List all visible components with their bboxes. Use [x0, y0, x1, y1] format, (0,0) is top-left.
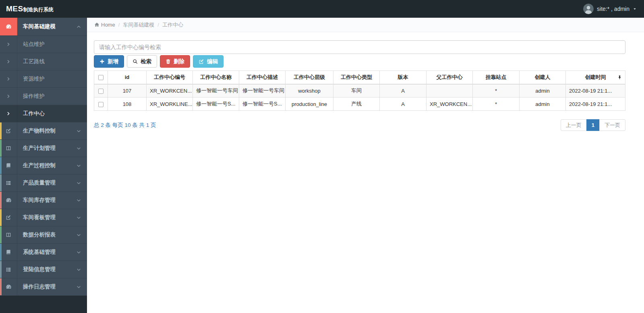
- sidebar-subitem-label: 工作中心: [17, 105, 87, 122]
- column-header: 创建时间: [566, 71, 625, 84]
- pager-buttons: 上一页 1 下一页: [561, 119, 625, 131]
- next-page-button[interactable]: 下一页: [599, 119, 625, 131]
- table-row[interactable]: 107XR_WORKCEN...修一智能一号车间修一智能一号车间workshop…: [94, 84, 625, 97]
- user-menu[interactable]: site:* , admin: [583, 4, 644, 14]
- sidebar-subitem-station-maintenance[interactable]: 站点维护: [0, 36, 87, 53]
- sidebar-item-material-control[interactable]: 生产物料控制: [0, 122, 87, 140]
- table-cell: admin: [520, 97, 566, 111]
- sidebar-subitem-label: 站点维护: [17, 36, 87, 53]
- accent-strip: [0, 140, 2, 157]
- table-cell: A: [380, 84, 427, 97]
- chevron-down-icon: [77, 216, 81, 220]
- pagination-info[interactable]: 总 2 条 每页 10 条 共 1 页: [94, 122, 156, 129]
- sidebar: 车间基础建模站点维护工艺路线资源维护操作维护工作中心生产物料控制生产计划管理生产…: [0, 18, 87, 313]
- sidebar-item-operation-log-management[interactable]: 操作日志管理: [0, 278, 87, 296]
- table-cell: *: [473, 97, 520, 111]
- sidebar-item-board-management[interactable]: 车间看板管理: [0, 209, 87, 226]
- table-cell: 2022-08-19 21:1...: [566, 84, 625, 97]
- search-button[interactable]: 检索: [127, 55, 157, 68]
- sidebar-item-data-analysis-report[interactable]: 数据分析报表: [0, 226, 87, 244]
- table-cell: XR_WORKCEN...: [147, 84, 193, 97]
- sidebar-item-label: 生产物料控制: [17, 122, 77, 139]
- table-cell: [427, 84, 473, 97]
- sidebar-item-label: 登陆信息管理: [17, 261, 77, 278]
- table-header-row: id工作中心编号工作中心名称工作中心描述工作中心层级工作中心类型版本父工作中心挂…: [94, 71, 625, 84]
- table-cell: admin: [520, 84, 566, 97]
- accent-strip: [0, 226, 2, 243]
- sidebar-item-workshop-modeling[interactable]: 车间基础建模: [0, 18, 87, 36]
- caret-down-icon: [633, 7, 637, 11]
- sidebar-item-plan-management[interactable]: 生产计划管理: [0, 140, 87, 157]
- column-header: 创建人: [520, 71, 566, 84]
- search-icon: [133, 59, 138, 64]
- sidebar-item-process-control[interactable]: 生产过程控制: [0, 157, 87, 174]
- accent-strip: [0, 192, 2, 209]
- search-input[interactable]: [94, 40, 625, 54]
- columns-icon: [6, 145, 11, 151]
- toolbar: 新增检索删除编辑: [94, 55, 625, 68]
- add-button[interactable]: 新增: [94, 55, 124, 68]
- table-row[interactable]: 108XR_WORKLINE...修一智能一号S...修一智能一号S...pro…: [94, 97, 625, 111]
- gauge-icon: [6, 197, 12, 203]
- row-checkbox[interactable]: [98, 89, 104, 94]
- table-cell: XR_WORKCEN...: [427, 97, 473, 111]
- edit-icon: [199, 59, 204, 64]
- trash-icon: [166, 59, 171, 64]
- sidebar-subitem-resource-maintenance[interactable]: 资源维护: [0, 70, 87, 88]
- prev-page-button[interactable]: 上一页: [561, 119, 587, 131]
- row-checkbox[interactable]: [98, 102, 104, 107]
- chevron-down-icon: [77, 181, 81, 185]
- chevron-down-icon: [77, 285, 81, 289]
- accent-strip: [0, 157, 2, 174]
- chevron-right-icon: [6, 77, 10, 81]
- chevron-down-icon: [77, 129, 81, 133]
- edit-icon: [6, 215, 11, 220]
- accent-strip: [0, 174, 2, 191]
- sidebar-subitem-work-center[interactable]: 工作中心: [0, 105, 87, 122]
- table-cell: 车间: [333, 84, 380, 97]
- table-cell: 2022-08-19 21:1...: [566, 97, 625, 111]
- edit-button[interactable]: 编辑: [193, 55, 224, 68]
- edit-button-label: 编辑: [207, 58, 218, 65]
- column-header: 工作中心名称: [193, 71, 239, 84]
- chevron-down-icon: [77, 250, 81, 255]
- page-1-button[interactable]: 1: [586, 119, 600, 131]
- sidebar-subitem-operation-maintenance[interactable]: 操作维护: [0, 88, 87, 105]
- pagination: 总 2 条 每页 10 条 共 1 页 上一页 1 下一页: [94, 119, 625, 131]
- column-header: 工作中心类型: [333, 71, 380, 84]
- column-header: 工作中心层级: [286, 71, 333, 84]
- sidebar-item-label: 生产计划管理: [17, 140, 77, 157]
- column-header: id: [108, 71, 147, 84]
- sidebar-item-quality-management[interactable]: 产品质量管理: [0, 174, 87, 192]
- sidebar-subitem-process-route[interactable]: 工艺路线: [0, 53, 87, 70]
- main-content: 新增检索删除编辑 id工作中心编号工作中心名称工作中心描述工作中心层级工作中心类…: [87, 32, 644, 313]
- pin-icon[interactable]: [617, 75, 622, 79]
- chevron-down-icon: [77, 233, 81, 237]
- select-all-checkbox[interactable]: [98, 75, 104, 80]
- breadcrumb-item-workshop-modeling[interactable]: 车间基础建模: [123, 21, 154, 29]
- column-header: 父工作中心: [427, 71, 473, 84]
- table-cell: 107: [108, 84, 147, 97]
- user-menu-label: site:* , admin: [597, 6, 630, 12]
- columns-icon: [6, 232, 11, 238]
- logo-rest: 制造执行系统: [23, 7, 54, 12]
- delete-button-label: 删除: [174, 58, 184, 65]
- breadcrumb-item-home[interactable]: Home: [94, 22, 115, 28]
- column-header: 版本: [380, 71, 427, 84]
- delete-button[interactable]: 删除: [160, 55, 190, 68]
- chevron-right-icon: [6, 60, 10, 64]
- sidebar-item-label: 操作日志管理: [17, 278, 77, 295]
- sidebar-item-inventory-management[interactable]: 车间库存管理: [0, 192, 87, 209]
- table-cell: A: [380, 97, 427, 111]
- chevron-right-icon: [6, 112, 10, 116]
- sidebar-item-label: 系统基础管理: [17, 244, 77, 261]
- breadcrumb-separator: /: [157, 22, 159, 28]
- chevron-up-icon: [77, 25, 81, 29]
- sidebar-item-login-info-management[interactable]: 登陆信息管理: [0, 261, 87, 278]
- sidebar-item-label: 产品质量管理: [17, 174, 77, 191]
- breadcrumb: Home/车间基础建模/工作中心: [87, 18, 644, 32]
- table-cell: XR_WORKLINE...: [147, 97, 193, 111]
- user-avatar-icon: [583, 4, 594, 14]
- sidebar-item-label: 车间库存管理: [17, 192, 77, 209]
- sidebar-item-system-basic-management[interactable]: 系统基础管理: [0, 244, 87, 261]
